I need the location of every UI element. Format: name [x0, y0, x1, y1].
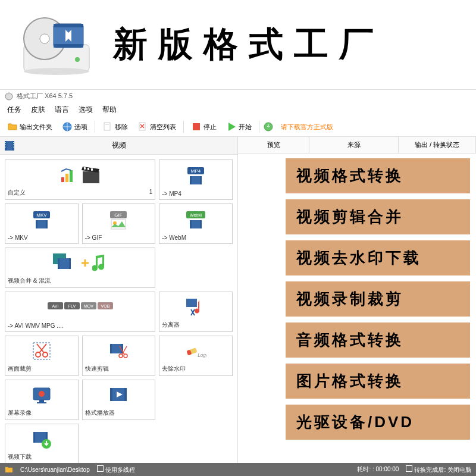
- mov-badge-icon: MOV: [81, 302, 96, 314]
- format-merge[interactable]: 视频合并 & 混流: [5, 248, 155, 288]
- elapsed-time: 耗时: : 00:00:00: [357, 465, 399, 474]
- format-crop[interactable]: 画面裁剪: [5, 336, 79, 376]
- format-mkv[interactable]: MKV -> MKV: [5, 203, 79, 244]
- window-title: 格式工厂 X64 5.7.5: [17, 92, 73, 101]
- svg-rect-69: [110, 344, 112, 353]
- app-logo-icon: [18, 12, 95, 77]
- play-icon: [226, 121, 237, 132]
- svg-rect-19: [5, 144, 6, 145]
- svg-rect-41: [36, 220, 37, 228]
- download-link[interactable]: 请下载官方正式版: [281, 123, 333, 131]
- svg-rect-28: [70, 170, 73, 182]
- options-button[interactable]: 选项: [58, 120, 91, 134]
- format-grid: 自定义1 MP4 -> MP4 MKV -> MKV GIF -> GIF We…: [0, 155, 237, 469]
- vob-badge-icon: VOB: [98, 302, 113, 314]
- svg-rect-78: [37, 402, 46, 403]
- film-stack-icon: [52, 252, 78, 274]
- list-header: 预览 来源 输出 / 转换状态: [238, 137, 476, 154]
- avi-badge-icon: AVI: [48, 302, 63, 314]
- format-avi-wmv[interactable]: AVI FLV MOV VOB -> AVI WMV MPG ....: [5, 292, 155, 332]
- multithread-toggle[interactable]: 使用多线程: [97, 465, 135, 474]
- format-splitter[interactable]: 分离器: [159, 292, 233, 332]
- player-icon: [108, 384, 129, 406]
- feature-7: 光驱设备/DVD: [286, 405, 470, 440]
- feature-1: 视频格式转换: [286, 158, 470, 193]
- svg-rect-82: [124, 388, 127, 401]
- folder-small-icon[interactable]: [5, 465, 13, 474]
- output-folder-button[interactable]: 输出文件夹: [4, 120, 56, 134]
- svg-rect-20: [5, 146, 6, 146]
- title-bar: 格式工厂 X64 5.7.5: [0, 90, 476, 102]
- svg-point-1: [24, 68, 89, 75]
- format-gif[interactable]: GIF -> GIF: [82, 203, 156, 244]
- format-mp4[interactable]: MP4 -> MP4: [159, 159, 233, 200]
- cut-film-icon: [108, 340, 129, 362]
- feature-2: 视频剪辑合并: [286, 199, 470, 234]
- col-source[interactable]: 来源: [309, 137, 399, 153]
- format-remove-watermark[interactable]: Logo 去除水印: [159, 336, 233, 376]
- svg-rect-5: [54, 24, 83, 27]
- app-icon: [5, 92, 13, 101]
- format-quick-edit[interactable]: 快速剪辑: [82, 336, 156, 376]
- col-output[interactable]: 输出 / 转换状态: [399, 137, 476, 153]
- video-category-header[interactable]: 视频: [0, 137, 237, 155]
- svg-text:MOV: MOV: [84, 304, 93, 308]
- svg-point-3: [40, 34, 49, 43]
- svg-rect-65: [33, 343, 50, 359]
- svg-text:VOB: VOB: [101, 304, 109, 308]
- format-webm[interactable]: WebM -> WebM: [159, 203, 233, 244]
- download-globe-icon: [263, 121, 274, 132]
- svg-rect-84: [33, 432, 35, 443]
- stop-button[interactable]: 停止: [187, 120, 220, 134]
- menu-task[interactable]: 任务: [7, 105, 21, 115]
- right-panel: 预览 来源 输出 / 转换状态 视频格式转换 视频剪辑合并 视频去水印下载 视频…: [238, 137, 476, 476]
- promo-title: 新版格式工厂: [113, 21, 384, 68]
- feature-6: 图片格式转换: [286, 364, 470, 399]
- download-film-icon: [31, 428, 52, 450]
- clapperboard-icon: [80, 164, 102, 186]
- gif-badge-icon: GIF: [108, 209, 129, 231]
- format-custom[interactable]: 自定义1: [5, 159, 155, 200]
- webm-badge-icon: WebM: [185, 209, 206, 231]
- menu-bar: 任务 皮肤 语言 选项 帮助: [0, 102, 476, 117]
- mp4-badge-icon: MP4: [185, 165, 206, 187]
- start-button[interactable]: 开始: [223, 120, 255, 134]
- svg-text:Logo: Logo: [198, 353, 206, 358]
- svg-rect-25: [13, 148, 14, 148]
- col-preview[interactable]: 预览: [238, 137, 309, 153]
- svg-rect-37: [200, 176, 202, 184]
- menu-skin[interactable]: 皮肤: [31, 105, 45, 115]
- feature-3: 视频去水印下载: [286, 240, 470, 275]
- svg-text:MP4: MP4: [191, 168, 201, 174]
- folder-icon: [7, 121, 18, 132]
- svg-rect-21: [5, 148, 6, 148]
- svg-rect-26: [61, 177, 64, 182]
- promo-banner: 新版格式工厂: [0, 0, 476, 89]
- format-player[interactable]: 格式播放器: [82, 380, 156, 420]
- menu-language[interactable]: 语言: [55, 105, 69, 115]
- svg-text:MKV: MKV: [36, 212, 47, 218]
- remove-icon: [102, 121, 113, 132]
- svg-text:GIF: GIF: [115, 212, 123, 218]
- eraser-icon: Logo: [185, 340, 206, 362]
- mkv-badge-icon: MKV: [31, 209, 52, 231]
- svg-rect-18: [5, 142, 6, 143]
- svg-text:FLV: FLV: [68, 304, 76, 308]
- clear-list-button[interactable]: 清空列表: [134, 120, 180, 134]
- film-icon: [4, 140, 15, 152]
- menu-help[interactable]: 帮助: [102, 105, 117, 115]
- remove-button[interactable]: 移除: [99, 120, 131, 134]
- app-window: 格式工厂 X64 5.7.5 任务 皮肤 语言 选项 帮助 输出文件夹 选项 移…: [0, 89, 476, 476]
- scissors-icon: [31, 340, 52, 362]
- format-download[interactable]: 视频下载: [5, 424, 79, 464]
- format-screen-record[interactable]: 屏幕录像: [5, 380, 79, 420]
- menu-options[interactable]: 选项: [79, 105, 93, 115]
- svg-text:WebM: WebM: [190, 213, 202, 217]
- svg-rect-42: [46, 220, 48, 228]
- svg-point-8: [5, 93, 12, 100]
- svg-rect-54: [58, 258, 60, 269]
- svg-rect-22: [13, 142, 14, 143]
- after-done-toggle[interactable]: 转换完成后: 关闭电脑: [406, 465, 471, 474]
- feature-4: 视频录制裁剪: [286, 281, 470, 317]
- flv-badge-icon: FLV: [64, 302, 80, 314]
